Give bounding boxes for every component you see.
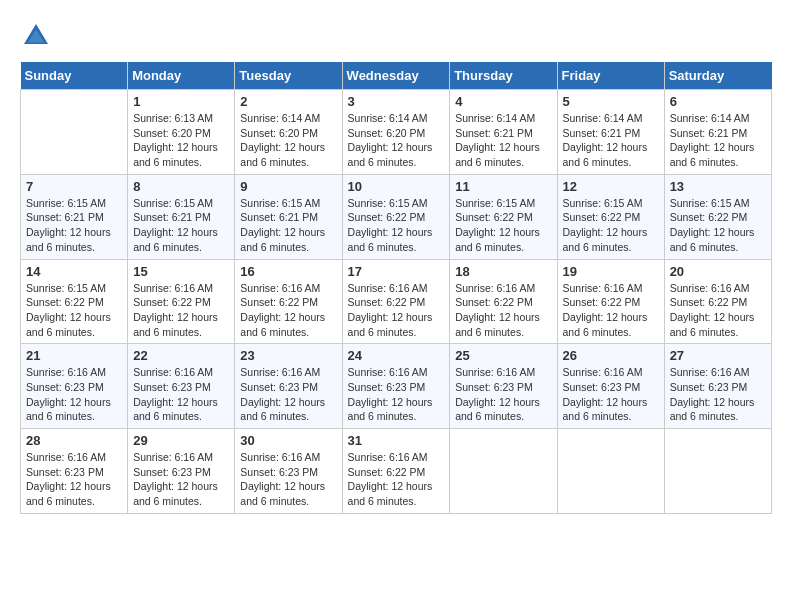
day-number: 3 (348, 94, 445, 109)
day-info: Sunrise: 6:14 AM Sunset: 6:21 PM Dayligh… (670, 111, 766, 170)
day-cell: 21Sunrise: 6:16 AM Sunset: 6:23 PM Dayli… (21, 344, 128, 429)
day-number: 9 (240, 179, 336, 194)
day-info: Sunrise: 6:15 AM Sunset: 6:22 PM Dayligh… (670, 196, 766, 255)
day-number: 5 (563, 94, 659, 109)
day-number: 24 (348, 348, 445, 363)
week-row-4: 21Sunrise: 6:16 AM Sunset: 6:23 PM Dayli… (21, 344, 772, 429)
day-number: 16 (240, 264, 336, 279)
col-header-monday: Monday (128, 62, 235, 90)
day-info: Sunrise: 6:16 AM Sunset: 6:23 PM Dayligh… (133, 365, 229, 424)
col-header-sunday: Sunday (21, 62, 128, 90)
day-cell: 5Sunrise: 6:14 AM Sunset: 6:21 PM Daylig… (557, 90, 664, 175)
day-cell: 13Sunrise: 6:15 AM Sunset: 6:22 PM Dayli… (664, 174, 771, 259)
day-cell: 31Sunrise: 6:16 AM Sunset: 6:22 PM Dayli… (342, 429, 450, 514)
day-number: 2 (240, 94, 336, 109)
day-number: 26 (563, 348, 659, 363)
day-number: 8 (133, 179, 229, 194)
day-cell (450, 429, 557, 514)
day-info: Sunrise: 6:16 AM Sunset: 6:23 PM Dayligh… (240, 450, 336, 509)
day-cell: 19Sunrise: 6:16 AM Sunset: 6:22 PM Dayli… (557, 259, 664, 344)
day-cell (664, 429, 771, 514)
day-cell: 16Sunrise: 6:16 AM Sunset: 6:22 PM Dayli… (235, 259, 342, 344)
week-row-2: 7Sunrise: 6:15 AM Sunset: 6:21 PM Daylig… (21, 174, 772, 259)
day-cell: 11Sunrise: 6:15 AM Sunset: 6:22 PM Dayli… (450, 174, 557, 259)
day-number: 25 (455, 348, 551, 363)
day-cell: 3Sunrise: 6:14 AM Sunset: 6:20 PM Daylig… (342, 90, 450, 175)
col-header-tuesday: Tuesday (235, 62, 342, 90)
day-cell: 20Sunrise: 6:16 AM Sunset: 6:22 PM Dayli… (664, 259, 771, 344)
day-info: Sunrise: 6:14 AM Sunset: 6:20 PM Dayligh… (240, 111, 336, 170)
day-info: Sunrise: 6:15 AM Sunset: 6:22 PM Dayligh… (348, 196, 445, 255)
day-info: Sunrise: 6:15 AM Sunset: 6:22 PM Dayligh… (563, 196, 659, 255)
day-info: Sunrise: 6:16 AM Sunset: 6:23 PM Dayligh… (348, 365, 445, 424)
day-number: 30 (240, 433, 336, 448)
day-number: 18 (455, 264, 551, 279)
week-row-3: 14Sunrise: 6:15 AM Sunset: 6:22 PM Dayli… (21, 259, 772, 344)
day-number: 29 (133, 433, 229, 448)
day-cell (557, 429, 664, 514)
col-header-thursday: Thursday (450, 62, 557, 90)
day-cell: 9Sunrise: 6:15 AM Sunset: 6:21 PM Daylig… (235, 174, 342, 259)
day-number: 27 (670, 348, 766, 363)
day-number: 31 (348, 433, 445, 448)
day-info: Sunrise: 6:15 AM Sunset: 6:22 PM Dayligh… (26, 281, 122, 340)
day-number: 6 (670, 94, 766, 109)
day-number: 22 (133, 348, 229, 363)
day-info: Sunrise: 6:16 AM Sunset: 6:23 PM Dayligh… (563, 365, 659, 424)
col-header-friday: Friday (557, 62, 664, 90)
day-cell: 6Sunrise: 6:14 AM Sunset: 6:21 PM Daylig… (664, 90, 771, 175)
day-cell: 17Sunrise: 6:16 AM Sunset: 6:22 PM Dayli… (342, 259, 450, 344)
day-cell: 29Sunrise: 6:16 AM Sunset: 6:23 PM Dayli… (128, 429, 235, 514)
day-number: 10 (348, 179, 445, 194)
week-row-5: 28Sunrise: 6:16 AM Sunset: 6:23 PM Dayli… (21, 429, 772, 514)
day-info: Sunrise: 6:15 AM Sunset: 6:21 PM Dayligh… (240, 196, 336, 255)
day-info: Sunrise: 6:16 AM Sunset: 6:23 PM Dayligh… (26, 450, 122, 509)
day-number: 13 (670, 179, 766, 194)
page-header (20, 20, 772, 52)
day-info: Sunrise: 6:14 AM Sunset: 6:21 PM Dayligh… (455, 111, 551, 170)
day-info: Sunrise: 6:16 AM Sunset: 6:23 PM Dayligh… (240, 365, 336, 424)
logo-icon (20, 20, 52, 52)
day-cell: 25Sunrise: 6:16 AM Sunset: 6:23 PM Dayli… (450, 344, 557, 429)
day-cell: 22Sunrise: 6:16 AM Sunset: 6:23 PM Dayli… (128, 344, 235, 429)
day-cell: 14Sunrise: 6:15 AM Sunset: 6:22 PM Dayli… (21, 259, 128, 344)
day-cell (21, 90, 128, 175)
col-header-saturday: Saturday (664, 62, 771, 90)
day-cell: 10Sunrise: 6:15 AM Sunset: 6:22 PM Dayli… (342, 174, 450, 259)
day-info: Sunrise: 6:15 AM Sunset: 6:21 PM Dayligh… (133, 196, 229, 255)
header-row: SundayMondayTuesdayWednesdayThursdayFrid… (21, 62, 772, 90)
day-cell: 15Sunrise: 6:16 AM Sunset: 6:22 PM Dayli… (128, 259, 235, 344)
day-number: 21 (26, 348, 122, 363)
day-info: Sunrise: 6:16 AM Sunset: 6:22 PM Dayligh… (348, 281, 445, 340)
day-cell: 1Sunrise: 6:13 AM Sunset: 6:20 PM Daylig… (128, 90, 235, 175)
day-info: Sunrise: 6:16 AM Sunset: 6:22 PM Dayligh… (670, 281, 766, 340)
day-number: 12 (563, 179, 659, 194)
day-info: Sunrise: 6:16 AM Sunset: 6:23 PM Dayligh… (26, 365, 122, 424)
week-row-1: 1Sunrise: 6:13 AM Sunset: 6:20 PM Daylig… (21, 90, 772, 175)
day-cell: 7Sunrise: 6:15 AM Sunset: 6:21 PM Daylig… (21, 174, 128, 259)
day-info: Sunrise: 6:13 AM Sunset: 6:20 PM Dayligh… (133, 111, 229, 170)
day-number: 19 (563, 264, 659, 279)
day-number: 14 (26, 264, 122, 279)
day-number: 15 (133, 264, 229, 279)
day-cell: 28Sunrise: 6:16 AM Sunset: 6:23 PM Dayli… (21, 429, 128, 514)
day-info: Sunrise: 6:16 AM Sunset: 6:22 PM Dayligh… (240, 281, 336, 340)
day-info: Sunrise: 6:14 AM Sunset: 6:21 PM Dayligh… (563, 111, 659, 170)
calendar-table: SundayMondayTuesdayWednesdayThursdayFrid… (20, 62, 772, 514)
day-info: Sunrise: 6:16 AM Sunset: 6:22 PM Dayligh… (563, 281, 659, 340)
day-info: Sunrise: 6:16 AM Sunset: 6:23 PM Dayligh… (670, 365, 766, 424)
day-cell: 30Sunrise: 6:16 AM Sunset: 6:23 PM Dayli… (235, 429, 342, 514)
day-cell: 8Sunrise: 6:15 AM Sunset: 6:21 PM Daylig… (128, 174, 235, 259)
day-number: 4 (455, 94, 551, 109)
day-number: 11 (455, 179, 551, 194)
day-number: 1 (133, 94, 229, 109)
day-cell: 18Sunrise: 6:16 AM Sunset: 6:22 PM Dayli… (450, 259, 557, 344)
day-number: 20 (670, 264, 766, 279)
day-number: 23 (240, 348, 336, 363)
day-info: Sunrise: 6:16 AM Sunset: 6:23 PM Dayligh… (133, 450, 229, 509)
day-number: 7 (26, 179, 122, 194)
day-info: Sunrise: 6:16 AM Sunset: 6:23 PM Dayligh… (455, 365, 551, 424)
logo (20, 20, 56, 52)
day-info: Sunrise: 6:16 AM Sunset: 6:22 PM Dayligh… (455, 281, 551, 340)
day-number: 17 (348, 264, 445, 279)
